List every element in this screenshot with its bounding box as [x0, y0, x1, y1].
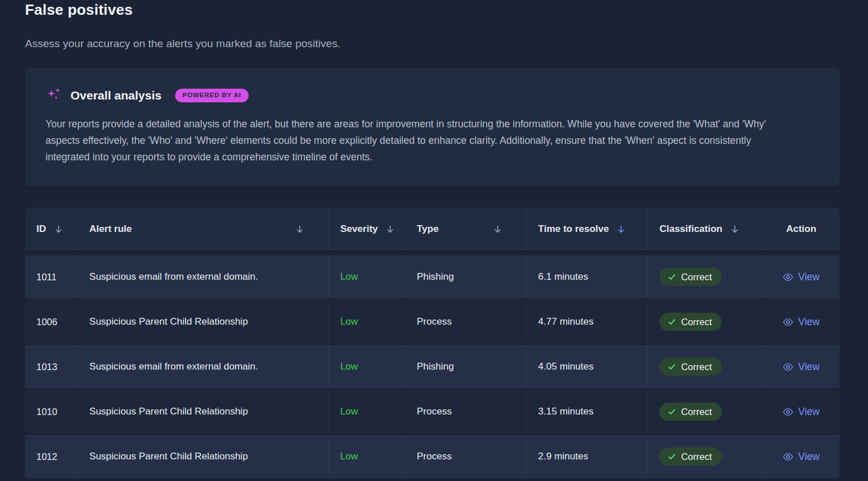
cell-classification: Correct	[648, 255, 763, 298]
sort-icon[interactable]	[386, 225, 395, 234]
cell-severity: Low	[329, 390, 406, 433]
column-header-type[interactable]: Type	[406, 208, 527, 250]
cell-alert-rule: Suspicious Parent Child Relationship	[78, 390, 329, 433]
cell-time-to-resolve: 3.15 minutes	[527, 390, 648, 433]
cell-alert-rule: Suspicious email from external domain.	[78, 255, 329, 298]
check-icon	[667, 317, 676, 326]
cell-action: View	[763, 300, 840, 343]
cell-type: Phishing	[406, 255, 527, 298]
eye-icon	[783, 272, 793, 283]
view-button[interactable]: View	[783, 316, 820, 328]
cell-severity: Low	[329, 300, 406, 343]
cell-severity: Low	[329, 345, 406, 388]
sort-icon[interactable]	[295, 225, 304, 234]
cell-id: 1012	[25, 435, 78, 478]
cell-time-to-resolve: 4.77 minutes	[527, 300, 648, 343]
cell-time-to-resolve: 4.05 minutes	[527, 345, 648, 388]
column-header-classification[interactable]: Classification	[648, 208, 763, 250]
cell-type: Process	[406, 300, 527, 343]
cell-id: 1010	[25, 390, 78, 433]
cell-classification: Correct	[648, 435, 763, 478]
classification-correct-badge: Correct	[659, 313, 721, 331]
view-button[interactable]: View	[783, 361, 820, 373]
sort-icon-active[interactable]	[617, 225, 626, 234]
cell-classification: Correct	[648, 390, 763, 433]
analysis-body-text: Your reports provide a detailed analysis…	[46, 116, 791, 165]
column-header-severity[interactable]: Severity	[329, 208, 406, 250]
cell-type: Process	[406, 435, 527, 478]
view-button[interactable]: View	[783, 271, 820, 283]
analysis-card-title: Overall analysis	[71, 89, 162, 102]
table-row: 1006 Suspicious Parent Child Relationshi…	[25, 300, 840, 343]
sort-icon[interactable]	[54, 225, 63, 234]
cell-type: Process	[406, 390, 527, 433]
classification-correct-badge: Correct	[659, 358, 721, 376]
false-positives-table: ID Alert rule Severity Type Time to reso…	[25, 208, 840, 478]
cell-classification: Correct	[648, 345, 763, 388]
cell-severity: Low	[329, 435, 406, 478]
sort-icon[interactable]	[493, 225, 502, 234]
cell-type: Phishing	[406, 345, 527, 388]
cell-time-to-resolve: 2.9 minutes	[527, 435, 648, 478]
page-title: False positives	[25, 1, 840, 19]
cell-action: View	[763, 345, 840, 388]
cell-alert-rule: Suspicious email from external domain.	[78, 345, 329, 388]
classification-correct-badge: Correct	[659, 447, 721, 466]
table-row: 1011 Suspicious email from external doma…	[25, 255, 840, 298]
sort-icon[interactable]	[730, 225, 739, 234]
classification-correct-badge: Correct	[659, 268, 721, 287]
table-row: 1013 Suspicious email from external doma…	[25, 345, 840, 388]
check-icon	[667, 362, 676, 371]
eye-icon	[783, 317, 793, 327]
table-body: 1011 Suspicious email from external doma…	[25, 255, 840, 478]
cell-action: View	[763, 435, 840, 478]
cell-alert-rule: Suspicious Parent Child Relationship	[78, 435, 329, 478]
eye-icon	[783, 451, 793, 462]
eye-icon	[783, 362, 793, 372]
analysis-card-header: Overall analysis POWERED BY AI	[46, 87, 791, 104]
table-header-row: ID Alert rule Severity Type Time to reso…	[25, 208, 840, 250]
column-header-alert-rule[interactable]: Alert rule	[78, 208, 329, 250]
page-subtitle: Assess your accuracy on the alerts you m…	[25, 38, 840, 50]
false-positives-page: False positives Assess your accuracy on …	[0, 0, 868, 478]
classification-correct-badge: Correct	[659, 403, 721, 421]
cell-alert-rule: Suspicious Parent Child Relationship	[78, 300, 329, 343]
sparkles-icon	[46, 87, 63, 104]
eye-icon	[783, 407, 793, 417]
check-icon	[667, 272, 676, 281]
cell-id: 1013	[25, 345, 78, 388]
cell-classification: Correct	[648, 300, 763, 343]
view-button[interactable]: View	[783, 451, 820, 463]
column-header-id[interactable]: ID	[25, 208, 78, 250]
check-icon	[667, 407, 676, 416]
table-row: 1012 Suspicious Parent Child Relationshi…	[25, 435, 840, 478]
cell-severity: Low	[329, 255, 406, 298]
cell-id: 1006	[25, 300, 78, 343]
column-header-action: Action	[763, 208, 840, 250]
cell-action: View	[763, 255, 840, 298]
column-header-time-to-resolve[interactable]: Time to resolve	[527, 208, 648, 250]
check-icon	[667, 452, 676, 461]
cell-action: View	[763, 390, 840, 433]
cell-id: 1011	[25, 255, 78, 298]
view-button[interactable]: View	[783, 406, 820, 418]
cell-time-to-resolve: 6.1 minutes	[527, 255, 648, 298]
powered-by-ai-badge: POWERED BY AI	[175, 89, 249, 102]
overall-analysis-card: Overall analysis POWERED BY AI Your repo…	[25, 68, 840, 186]
table-row: 1010 Suspicious Parent Child Relationshi…	[25, 390, 840, 433]
